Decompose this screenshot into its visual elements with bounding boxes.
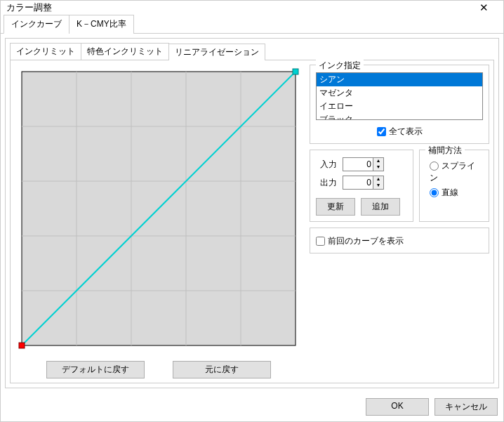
tab-spot-ink-limit[interactable]: 特色インクリミット	[81, 43, 169, 60]
svg-rect-11	[293, 69, 298, 74]
input-down-icon[interactable]: ▼	[373, 164, 383, 171]
ink-item-cyan[interactable]: シアン	[317, 73, 482, 86]
titlebar: カラー調整 ✕	[1, 1, 503, 14]
prev-curve-input[interactable]	[316, 237, 325, 246]
ink-list[interactable]: シアン マゼンタ イエロー ブラック	[316, 72, 483, 120]
tab-k-cmy-ratio[interactable]: K－CMY比率	[69, 15, 134, 34]
prev-curve-fieldset: 前回のカーブを表示	[310, 228, 489, 253]
show-all-input[interactable]	[377, 127, 386, 136]
prev-curve-checkbox[interactable]: 前回のカーブを表示	[316, 236, 404, 246]
update-button[interactable]: 更新	[316, 198, 355, 216]
ink-item-black[interactable]: ブラック	[317, 113, 482, 120]
output-up-icon[interactable]: ▲	[373, 176, 383, 183]
cancel-button[interactable]: キャンセル	[435, 398, 498, 416]
interp-legend: 補間方法	[425, 145, 465, 157]
graph-column: デフォルトに戻す 元に戻す	[15, 65, 303, 378]
inner-content: デフォルトに戻す 元に戻す インク指定 シアン マゼンタ イエロー ブラック	[10, 60, 494, 383]
window-title: カラー調整	[6, 1, 470, 14]
ink-item-yellow[interactable]: イエロー	[317, 100, 482, 113]
output-down-icon[interactable]: ▼	[373, 183, 383, 189]
color-adjust-dialog: カラー調整 ✕ インクカーブ K－CMY比率 インクリミット 特色インクリミット…	[0, 0, 504, 422]
undo-button[interactable]: 元に戻す	[173, 361, 271, 378]
output-label: 出力	[316, 177, 337, 189]
prev-curve-label: 前回のカーブを表示	[328, 236, 404, 246]
footer: OK キャンセル	[1, 393, 503, 421]
tab-linearization[interactable]: リニアライゼーション	[168, 44, 265, 60]
svg-rect-10	[19, 343, 25, 348]
add-button[interactable]: 追加	[361, 198, 400, 216]
output-value[interactable]	[343, 176, 373, 189]
output-spinner[interactable]: ▲▼	[343, 176, 384, 190]
input-spinner[interactable]: ▲▼	[343, 157, 384, 171]
ok-button[interactable]: OK	[366, 398, 429, 416]
tab-ink-limit[interactable]: インクリミット	[10, 43, 81, 60]
input-label: 入力	[316, 159, 337, 171]
main-row: デフォルトに戻す 元に戻す インク指定 シアン マゼンタ イエロー ブラック	[15, 65, 489, 378]
curve-graph[interactable]	[15, 65, 303, 352]
controls-column: インク指定 シアン マゼンタ イエロー ブラック 全て表示	[310, 65, 489, 378]
interp-fieldset: 補間方法 スプライン 直線	[419, 150, 489, 222]
show-all-checkbox[interactable]: 全て表示	[377, 126, 423, 136]
tab-ink-curve[interactable]: インクカーブ	[4, 15, 69, 34]
line-label: 直線	[442, 187, 458, 197]
spline-radio[interactable]: スプライン	[430, 160, 483, 184]
outer-tabs: インクカーブ K－CMY比率	[1, 14, 503, 34]
inner-tabs: インクリミット 特色インクリミット リニアライゼーション	[10, 43, 494, 60]
show-all-label: 全て表示	[389, 126, 423, 136]
outer-content: インクリミット 特色インクリミット リニアライゼーション	[5, 38, 499, 388]
line-radio[interactable]: 直線	[430, 187, 458, 199]
io-fieldset: 入力 ▲▼ 出力	[310, 150, 413, 222]
ink-item-magenta[interactable]: マゼンタ	[317, 86, 482, 100]
reset-row: デフォルトに戻す 元に戻す	[46, 361, 271, 378]
io-row: 入力 ▲▼ 出力	[310, 150, 489, 222]
default-button[interactable]: デフォルトに戻す	[46, 361, 145, 378]
ink-spec-legend: インク指定	[316, 60, 364, 72]
close-icon[interactable]: ✕	[470, 1, 498, 14]
ink-spec-fieldset: インク指定 シアン マゼンタ イエロー ブラック 全て表示	[310, 65, 489, 144]
input-up-icon[interactable]: ▲	[373, 158, 383, 164]
input-value[interactable]	[343, 158, 373, 171]
